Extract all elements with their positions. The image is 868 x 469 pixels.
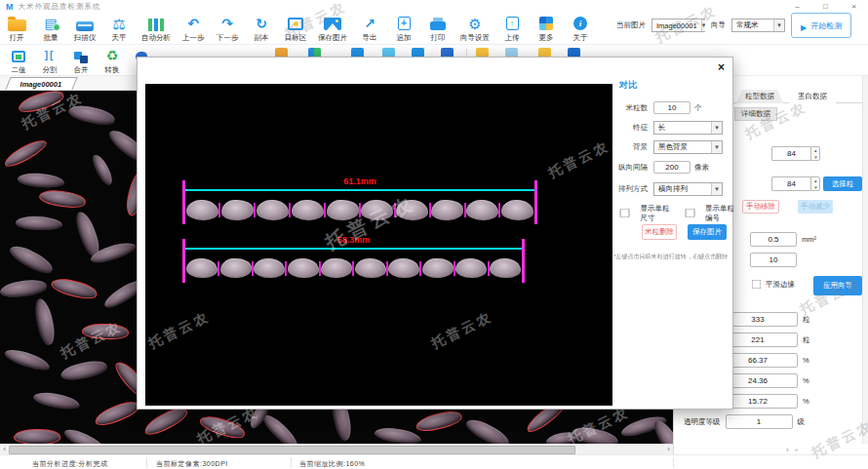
comparison-image[interactable]: 61.1mm 58.3mm <box>145 84 612 406</box>
export-arrow-icon <box>359 15 380 32</box>
show-size-checkbox[interactable] <box>615 209 634 218</box>
start-detect-button[interactable]: 开始检测 <box>791 13 851 38</box>
feature-row: 特征 长 <box>612 120 734 135</box>
print-button[interactable]: 打印 <box>426 15 450 43</box>
redo-button[interactable]: 下一步 <box>216 15 239 43</box>
threshold2-input[interactable] <box>771 176 810 191</box>
grain-divider <box>289 203 291 217</box>
open-button[interactable]: 打开 <box>5 15 28 43</box>
apply-wizard-button[interactable]: 应用向导 <box>813 276 862 295</box>
tab-grain-data[interactable]: 粒型数据 <box>736 90 783 103</box>
aligned-grain[interactable] <box>254 258 285 278</box>
window-controls: – □ × <box>783 0 868 13</box>
aligned-grain[interactable] <box>355 258 386 278</box>
export-button[interactable]: 导出 <box>358 15 381 43</box>
aligned-grain[interactable] <box>421 257 454 278</box>
background-select[interactable]: 黑色背景 <box>653 140 723 154</box>
rice-grain <box>7 242 56 278</box>
image-tab[interactable]: Image00001 <box>5 77 77 90</box>
binary-button[interactable]: 二值 <box>7 47 30 75</box>
grain-delete-button[interactable]: 米粒删除 <box>642 224 677 240</box>
detail-data-button[interactable]: 详细数据 <box>734 107 777 121</box>
aligned-grain[interactable] <box>501 200 533 220</box>
aligned-grain[interactable] <box>288 258 319 278</box>
rice-grain <box>38 188 87 211</box>
rice-grain <box>82 323 130 340</box>
scanner-button[interactable]: 扫描仪 <box>73 15 97 43</box>
convert-button[interactable]: 转换 <box>100 47 124 75</box>
merge-button[interactable]: 合并 <box>69 47 93 75</box>
save-picture-button[interactable]: 保存图片 <box>688 224 727 240</box>
min-area-input[interactable] <box>750 232 797 247</box>
aligned-grain[interactable] <box>321 257 353 278</box>
spin-down-icon[interactable] <box>811 184 819 191</box>
aligned-grain[interactable] <box>186 258 217 278</box>
aligned-grain[interactable] <box>490 258 521 278</box>
grain-divider <box>254 203 256 217</box>
transparency-input[interactable] <box>726 414 793 429</box>
feature-select[interactable]: 长 <box>653 121 723 135</box>
length-label-1: 61.1mm <box>182 176 537 186</box>
maximize-icon[interactable]: □ <box>811 0 840 13</box>
select-grain-button[interactable]: 选择粒 <box>823 176 862 191</box>
param-input[interactable] <box>750 253 797 267</box>
aligned-grain[interactable] <box>431 199 464 220</box>
target-area-button[interactable]: 目标区 <box>284 15 307 43</box>
wizard-select[interactable]: 常规米 <box>731 19 785 32</box>
manual-reduce-button[interactable]: 手动减少 <box>798 200 833 214</box>
aligned-grain[interactable] <box>221 199 255 220</box>
aligned-grain[interactable] <box>326 199 359 220</box>
more-button[interactable]: 更多 <box>534 15 558 43</box>
scroll-left-icon[interactable]: ‹ <box>0 445 9 454</box>
rice-grain <box>90 152 116 187</box>
aligned-grain[interactable] <box>186 200 218 220</box>
append-button[interactable]: 追加 <box>392 15 415 43</box>
show-number-checkbox[interactable] <box>681 209 699 218</box>
current-image-select[interactable]: Image00001 <box>651 19 705 32</box>
scrollbar-thumb[interactable] <box>9 446 575 454</box>
split-button[interactable]: 分割 <box>38 47 61 75</box>
status-separator <box>673 457 674 468</box>
threshold1-input[interactable] <box>771 146 810 161</box>
batch-button[interactable]: 批量 <box>39 15 62 43</box>
manual-remove-button[interactable]: 手动移除 <box>742 200 779 214</box>
aligned-grain[interactable] <box>219 257 252 278</box>
spin-down-icon[interactable] <box>811 154 819 161</box>
scroll-right-icon[interactable]: › <box>786 446 789 454</box>
minimize-icon[interactable]: – <box>783 0 811 13</box>
measure-line <box>185 189 534 191</box>
auto-analyze-button[interactable]: 自动分析 <box>141 15 171 43</box>
panel-scroll-arrows[interactable]: ›› <box>786 446 797 454</box>
horizontal-scrollbar[interactable]: ‹ › <box>0 444 673 454</box>
aligned-grain[interactable] <box>466 200 498 220</box>
aligned-grain[interactable] <box>396 200 428 220</box>
spinner-arrows[interactable] <box>810 146 820 161</box>
panel-scrollbar[interactable] <box>862 76 868 444</box>
spacing-input[interactable] <box>653 161 690 174</box>
undo-button[interactable]: 上一步 <box>181 15 205 43</box>
smooth-edge-checkbox[interactable] <box>752 280 762 290</box>
scroll-right-icon[interactable]: › <box>664 445 673 454</box>
close-icon[interactable]: × <box>840 0 868 13</box>
grain-count-input[interactable] <box>653 101 690 114</box>
wizard-settings-button[interactable]: 向导设置 <box>460 15 490 43</box>
scroll-down-icon[interactable]: › <box>792 449 801 451</box>
duplicate-button[interactable]: 副本 <box>250 15 273 43</box>
upload-button[interactable]: 上传 <box>500 15 524 43</box>
aligned-grain[interactable] <box>361 200 393 220</box>
about-button[interactable]: 关于 <box>569 15 592 43</box>
tab-chalk-data[interactable]: 垩白数据 <box>789 90 836 103</box>
calibration-status: 当前标定像素:300DPI <box>156 459 228 469</box>
aligned-grain[interactable] <box>256 200 289 220</box>
toolbar-fields: 当前图片 Image00001 向导 常规米 开始检测 <box>616 15 851 36</box>
save-image-button[interactable]: 保存图片 <box>318 15 347 43</box>
aligned-grain[interactable] <box>292 200 324 220</box>
aligned-grain[interactable] <box>455 258 487 278</box>
aligned-grain[interactable] <box>388 258 419 278</box>
gear-icon <box>464 15 486 32</box>
grain-divider <box>324 203 326 217</box>
status-separator <box>291 457 292 468</box>
arrange-select[interactable]: 横向排列 <box>653 182 723 196</box>
spinner-arrows[interactable] <box>810 176 820 191</box>
balance-button[interactable]: 天平 <box>107 15 131 43</box>
